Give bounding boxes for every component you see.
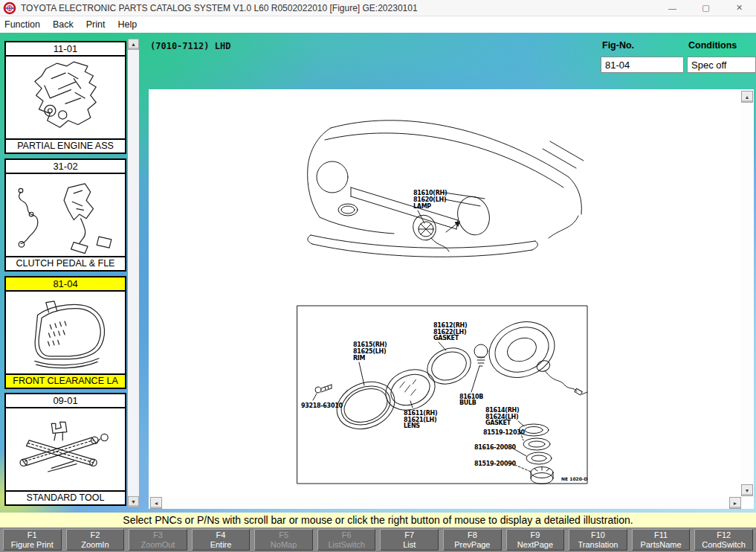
figure-canvas[interactable]: 81610(RH) 81620(LH) LAMP (149, 89, 754, 509)
function-key-bar: F1Figure Print F2ZoomIn F3ZoomOut F4Enti… (0, 527, 756, 552)
fkey-next-page[interactable]: F9NextPage (506, 529, 565, 551)
svg-text:93218-63010: 93218-63010 (301, 402, 343, 409)
status-message: Select PNCs or P/Ns with scroll bar or m… (123, 514, 633, 526)
conditions-input[interactable] (687, 57, 756, 73)
fkey-zoom-out[interactable]: F3ZoomOut (129, 529, 187, 551)
svg-text:RIM: RIM (353, 355, 366, 362)
fkey-list-switch[interactable]: F6ListSwitch (317, 529, 376, 551)
scroll-right-icon[interactable]: ► (729, 497, 741, 509)
svg-text:81519-20090: 81519-20090 (474, 460, 516, 467)
scroll-down-icon[interactable]: ▼ (741, 484, 753, 496)
svg-text:LENS: LENS (404, 423, 420, 429)
svg-text:LAMP: LAMP (413, 203, 431, 210)
scroll-down-icon[interactable]: ▼ (128, 496, 139, 507)
figure-area-code: (7010-7112) LHD (150, 41, 230, 51)
svg-text:BULB: BULB (459, 399, 476, 406)
svg-text:81620(LH): 81620(LH) (413, 196, 446, 203)
sidebar-item-clutch-pedal[interactable]: 31-02 CLUTCH PEDAL & FLE (4, 158, 126, 272)
svg-text:GASKET: GASKET (433, 335, 459, 341)
scroll-left-icon[interactable]: ◄ (150, 497, 162, 509)
figure-code: 09-01 (6, 394, 125, 408)
conditions-label: Conditions (688, 40, 737, 51)
menu-function[interactable]: Function (4, 18, 47, 31)
title-bar: TOYOTA ELECTRONIC PARTS CATALOG SYSTEM V… (0, 0, 756, 16)
fig-no-input[interactable] (601, 57, 684, 73)
callout-front-gasket[interactable]: 81612(RH) 81622(LH) GASKET (433, 322, 467, 350)
clutch-pedal-thumbnail (6, 174, 125, 256)
svg-text:81616-20080: 81616-20080 (474, 444, 516, 451)
fkey-translation[interactable]: F10Translation (569, 529, 627, 551)
sidebar-scrollbar[interactable]: ▲ ▼ (128, 39, 139, 507)
svg-text:81519-12030: 81519-12030 (483, 429, 525, 436)
svg-text:81614(RH): 81614(RH) (485, 407, 519, 414)
figure-label: PARTIAL ENGINE ASS (6, 138, 125, 153)
fkey-figure-print[interactable]: F1Figure Print (3, 529, 62, 551)
fkey-entire[interactable]: F4Entire (192, 529, 251, 551)
parts-illustration: 81610(RH) 81620(LH) LAMP (149, 89, 741, 496)
svg-text:81615(RH): 81615(RH) (353, 341, 387, 348)
engine-thumbnail (6, 57, 125, 138)
app-logo-icon (3, 1, 16, 15)
fkey-prev-page[interactable]: F8PrevPage (443, 529, 502, 551)
svg-text:81611(RH): 81611(RH) (404, 410, 437, 417)
figure-code: 81-04 (6, 277, 125, 292)
canvas-vertical-scrollbar[interactable]: ▲ ▼ (741, 89, 753, 496)
callout-screw[interactable]: 93218-63010 (301, 394, 343, 409)
figure-code: 31-02 (6, 160, 125, 174)
minimize-button[interactable]: — (656, 0, 689, 16)
sidebar-item-partial-engine[interactable]: 11-01 PARTIAL ENGINE ASS (4, 41, 126, 154)
sidebar-item-standard-tool[interactable]: 09-01 STANDARD TOOL (4, 393, 126, 506)
menu-print[interactable]: Print (86, 18, 112, 31)
drawing-sheet-mark: NE 1020-D (561, 476, 587, 481)
close-button[interactable]: ✕ (723, 0, 756, 16)
callout-lamp[interactable]: 81610(RH) 81620(LH) LAMP (413, 190, 485, 223)
sidebar-item-front-clearance-lamp[interactable]: 81-04 FRONT CLEARANCE LA (4, 276, 126, 389)
svg-text:81612(RH): 81612(RH) (433, 322, 467, 329)
fkey-list[interactable]: F7List (380, 529, 439, 551)
maximize-button[interactable]: ▢ (689, 0, 723, 16)
car-front-drawing (308, 121, 584, 257)
svg-text:81625(LH): 81625(LH) (353, 348, 386, 355)
scroll-up-icon[interactable]: ▲ (128, 39, 139, 50)
scroll-up-icon[interactable]: ▲ (741, 91, 753, 103)
menu-back[interactable]: Back (53, 18, 80, 31)
canvas-horizontal-scrollbar[interactable]: ◄ ► (149, 497, 741, 509)
fkey-parts-name[interactable]: F11PartsName (632, 529, 691, 551)
menu-bar: Function Back Print Help (0, 16, 756, 33)
svg-text:81610(RH): 81610(RH) (413, 190, 447, 196)
figure-label: STANDARD TOOL (6, 490, 125, 504)
fkey-cond-switch[interactable]: F12CondSwitch (694, 529, 753, 551)
callout-nut[interactable]: 81519-20090 (474, 460, 531, 472)
figure-label: FRONT CLEARANCE LA (6, 373, 125, 388)
callout-rear-gasket[interactable]: 81614(RH) 81624(LH) GASKET (485, 407, 524, 426)
fkey-nomap[interactable]: F5NoMap (254, 529, 313, 551)
jack-thumbnail (6, 408, 125, 490)
menu-help[interactable]: Help (117, 18, 143, 31)
figure-code: 11-01 (6, 42, 125, 57)
figure-label: CLUTCH PEDAL & FLE (6, 256, 125, 270)
svg-text:GASKET: GASKET (485, 420, 511, 426)
callout-washer[interactable]: 81519-12030 (483, 429, 525, 440)
callout-retainer[interactable]: 81616-20080 (474, 444, 526, 456)
fkey-zoom-in[interactable]: F2ZoomIn (66, 529, 125, 551)
fig-no-label: Fig-No. (602, 40, 634, 51)
clearance-lamp-thumbnail (6, 292, 125, 373)
window-title: TOYOTA ELECTRONIC PARTS CATALOG SYSTEM V… (21, 3, 418, 13)
status-bar: Select PNCs or P/Ns with scroll bar or m… (0, 513, 756, 527)
callout-rim[interactable]: 81615(RH) 81625(LH) RIM (353, 341, 387, 385)
